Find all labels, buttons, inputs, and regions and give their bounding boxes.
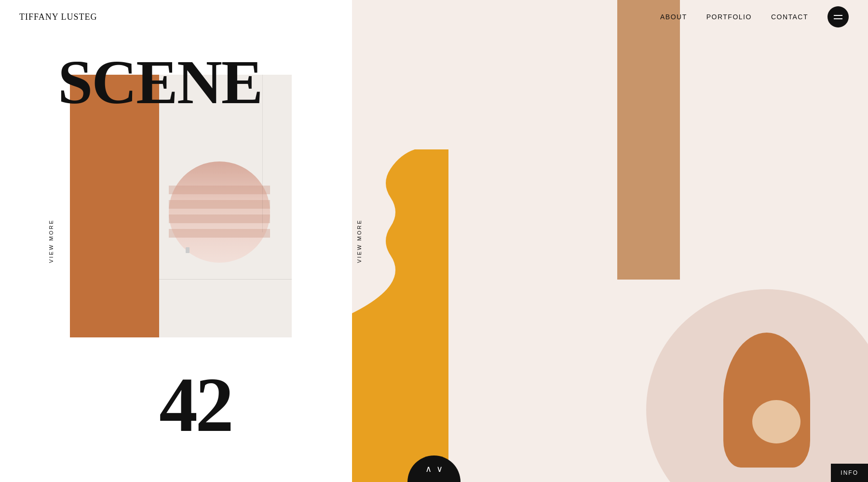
stripe-3 xyxy=(169,214,270,223)
person-face xyxy=(752,400,800,443)
menu-icon-line xyxy=(834,15,842,16)
menu-icon-line xyxy=(834,18,842,19)
project-number: 42 xyxy=(159,366,231,443)
view-more-left[interactable]: VIEW MORE xyxy=(48,219,54,263)
info-button[interactable]: INFO xyxy=(831,464,868,482)
interior-lines xyxy=(159,75,292,337)
terracotta-block xyxy=(70,75,159,337)
wall-accent xyxy=(262,75,263,232)
person-area xyxy=(665,280,849,482)
person-hair xyxy=(723,333,810,468)
wavy-shape xyxy=(352,145,641,482)
scroll-up-button[interactable]: ∧ xyxy=(425,464,432,474)
stripe-2 xyxy=(169,200,270,209)
outlet xyxy=(186,247,190,253)
nav-contact[interactable]: CONTACT xyxy=(771,13,808,21)
main-content: SCENE VIEW MORE xyxy=(0,0,868,482)
photo-interior xyxy=(159,75,292,337)
left-panel: SCENE VIEW MORE xyxy=(0,0,352,482)
stripe-4 xyxy=(169,229,270,238)
stripe-1 xyxy=(169,186,270,194)
nav-about[interactable]: ABOUT xyxy=(660,13,687,21)
right-panel xyxy=(352,0,868,482)
header: TIFFANY LUSTEG ABOUT PORTFOLIO CONTACT xyxy=(0,0,868,34)
nav-portfolio[interactable]: PORTFOLIO xyxy=(706,13,752,21)
menu-button[interactable] xyxy=(827,6,849,27)
photo-collage xyxy=(70,75,292,337)
floor-line xyxy=(159,279,292,280)
site-logo[interactable]: TIFFANY LUSTEG xyxy=(19,12,97,22)
view-more-right[interactable]: VIEW MORE xyxy=(356,219,362,263)
main-nav: ABOUT PORTFOLIO CONTACT xyxy=(660,6,849,27)
scroll-down-button[interactable]: ∨ xyxy=(436,464,443,474)
photo-circle xyxy=(169,161,270,263)
